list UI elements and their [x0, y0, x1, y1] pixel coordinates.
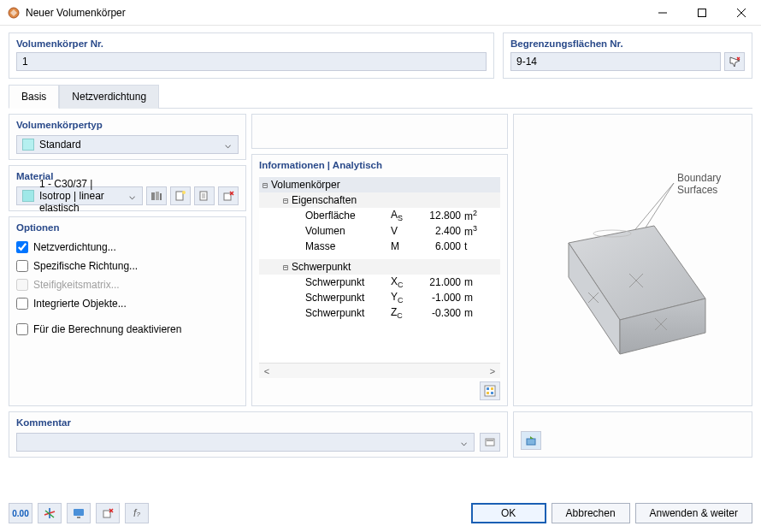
apply-continue-button[interactable]: Anwenden & weiter	[635, 503, 752, 523]
svg-rect-10	[176, 192, 183, 200]
tab-strip: Basis Netzverdichtung	[9, 84, 752, 108]
tree-centroid-row[interactable]: ⊟ Schwerpunkt	[259, 259, 500, 275]
option-integrated-row[interactable]: Integrierte Objekte...	[16, 294, 239, 313]
cancel-button[interactable]: Abbrechen	[552, 503, 630, 523]
option-mesh-checkbox[interactable]	[16, 241, 28, 253]
app-icon	[7, 6, 21, 20]
info-data-row: SchwerpunktZC-0.300m	[259, 305, 500, 321]
svg-rect-16	[224, 193, 231, 200]
svg-rect-22	[487, 392, 489, 394]
option-stiffness-row: Steifigkeitsmatrix...	[16, 275, 239, 294]
tree-root-row[interactable]: ⊟ Volumenkörper	[259, 177, 500, 192]
option-mesh-label: Netzverdichtung...	[33, 241, 116, 253]
info-data-row: VolumenV2.400m3	[259, 223, 500, 239]
tree-centroid-label: Schwerpunkt	[292, 261, 351, 273]
information-header: Informationen | Analytisch	[259, 160, 500, 170]
svg-rect-39	[487, 440, 493, 441]
info-data-row: SchwerpunktYC-1.000m	[259, 290, 500, 305]
svg-rect-21	[491, 387, 493, 390]
option-stiffness-checkbox	[16, 279, 28, 291]
svg-rect-19	[485, 386, 495, 396]
material-value: 1 - C30/37 | Isotrop | linear elastisch	[39, 178, 120, 214]
preview-tools-panel	[513, 411, 752, 458]
comment-label: Kommentar	[16, 417, 500, 428]
chevron-down-icon: ⌵	[221, 139, 234, 151]
solid-type-swatch-icon	[22, 139, 34, 151]
info-spacer-panel	[251, 114, 508, 149]
svg-rect-9	[160, 193, 162, 200]
svg-rect-40	[527, 439, 535, 445]
collapse-icon[interactable]: ⊟	[280, 196, 292, 205]
svg-rect-7	[151, 192, 155, 200]
option-deactivate-row[interactable]: Für die Berechnung deaktivieren	[16, 320, 239, 339]
boundary-surfaces-input[interactable]	[510, 52, 721, 71]
option-direction-checkbox[interactable]	[16, 260, 28, 272]
units-button[interactable]: 0.00	[9, 503, 32, 523]
svg-rect-20	[487, 387, 489, 390]
tree-root-label: Volumenkörper	[271, 179, 340, 191]
close-button[interactable]	[722, 0, 761, 26]
collapse-icon[interactable]: ⊟	[259, 180, 271, 190]
solid-preview-icon: Boundary Surfaces	[522, 132, 744, 388]
window-title: Neuer Volumenkörper	[26, 7, 643, 19]
axes-button[interactable]	[38, 503, 62, 523]
boundary-surfaces-group: Begrenzungsflächen Nr.	[503, 33, 752, 79]
bottom-toolbar: 0.00 f? OK Abbrechen Anwenden & weiter	[9, 503, 752, 523]
option-integrated-checkbox[interactable]	[16, 298, 28, 310]
preview-panel: Boundary Surfaces	[513, 114, 752, 406]
option-deactivate-checkbox[interactable]	[16, 323, 28, 335]
collapse-icon[interactable]: ⊟	[280, 263, 292, 272]
display-button[interactable]	[67, 503, 91, 523]
option-direction-row[interactable]: Spezifische Richtung...	[16, 257, 239, 275]
option-stiffness-label: Steifigkeitsmatrix...	[33, 279, 120, 291]
svg-rect-2	[699, 9, 706, 16]
solid-number-group: Volumenkörper Nr.	[9, 33, 494, 79]
solid-type-label: Volumenkörpertyp	[16, 120, 239, 130]
minimize-button[interactable]	[643, 0, 682, 26]
chevron-down-icon: ⌵	[457, 436, 470, 448]
material-panel: Material 1 - C30/37 | Isotrop | linear e…	[9, 165, 246, 211]
info-data-row: OberflächeAS12.800m2	[259, 208, 500, 223]
options-label: Optionen	[16, 222, 239, 233]
tab-basis[interactable]: Basis	[9, 85, 59, 109]
ok-button[interactable]: OK	[471, 503, 546, 523]
options-panel: Optionen Netzverdichtung... Spezifische …	[9, 216, 246, 406]
pick-surfaces-button[interactable]	[724, 52, 745, 71]
material-new-button[interactable]	[170, 186, 191, 205]
solid-type-combo[interactable]: Standard ⌵	[16, 135, 239, 154]
material-combo[interactable]: 1 - C30/37 | Isotrop | linear elastisch …	[16, 186, 143, 205]
option-direction-label: Spezifische Richtung...	[33, 260, 138, 272]
material-delete-button[interactable]	[218, 186, 239, 205]
option-integrated-label: Integrierte Objekte...	[33, 298, 127, 310]
option-mesh-row[interactable]: Netzverdichtung...	[16, 238, 239, 257]
material-library-button[interactable]	[146, 186, 167, 205]
tab-mesh-refinement[interactable]: Netzverdichtung	[59, 85, 159, 109]
svg-rect-8	[156, 192, 159, 200]
maximize-button[interactable]	[682, 0, 722, 26]
comment-pick-button[interactable]	[480, 433, 500, 452]
svg-text:Surfaces: Surfaces	[677, 184, 717, 196]
solid-number-label: Volumenkörper Nr.	[16, 38, 487, 49]
svg-line-24	[641, 183, 674, 234]
svg-point-11	[182, 191, 186, 194]
option-deactivate-label: Für die Berechnung deaktivieren	[33, 323, 181, 335]
horizontal-scrollbar[interactable]: < >	[259, 363, 500, 378]
solid-type-value: Standard	[39, 139, 215, 151]
function-button[interactable]: f?	[125, 503, 149, 523]
clear-button[interactable]	[96, 503, 120, 523]
solid-number-input[interactable]	[16, 52, 487, 71]
info-settings-button[interactable]	[480, 381, 500, 400]
preview-refresh-button[interactable]	[521, 431, 541, 450]
comment-combo[interactable]: ⌵	[16, 433, 475, 452]
material-swatch-icon	[22, 190, 34, 202]
scroll-left-icon[interactable]: <	[259, 366, 274, 376]
scroll-right-icon[interactable]: >	[485, 366, 500, 376]
tree-properties-row[interactable]: ⊟ Eigenschaften	[259, 192, 500, 208]
solid-type-panel: Volumenkörpertyp Standard ⌵	[9, 114, 246, 160]
information-panel: Informationen | Analytisch ⊟ Volumenkörp…	[251, 154, 508, 406]
tree-properties-label: Eigenschaften	[292, 194, 357, 206]
svg-rect-45	[74, 509, 84, 516]
material-edit-button[interactable]	[194, 186, 215, 205]
boundary-surfaces-label: Begrenzungsflächen Nr.	[510, 38, 745, 49]
info-data-row: MasseM6.000t	[259, 239, 500, 254]
